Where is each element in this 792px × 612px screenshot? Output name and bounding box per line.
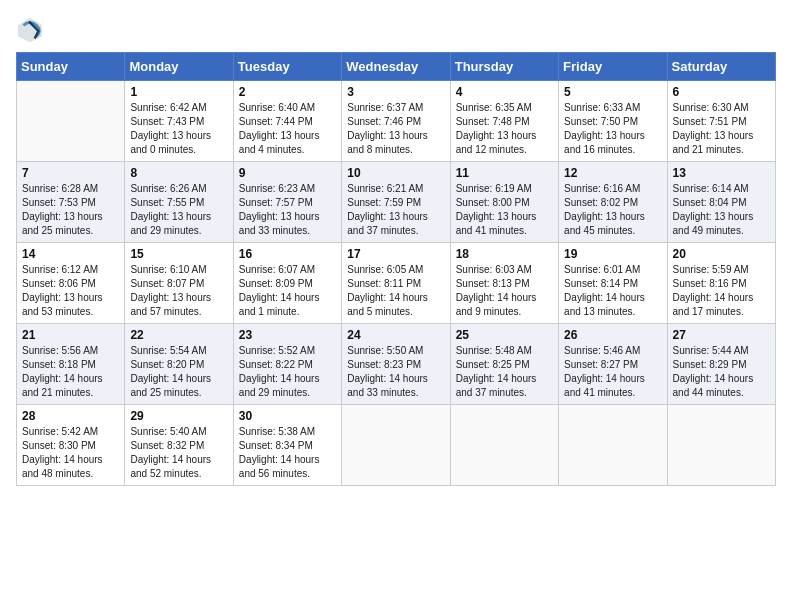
page-header [16,16,776,44]
day-number: 13 [673,166,770,180]
day-number: 17 [347,247,444,261]
calendar-cell: 11Sunrise: 6:19 AM Sunset: 8:00 PM Dayli… [450,162,558,243]
calendar-table: SundayMondayTuesdayWednesdayThursdayFrid… [16,52,776,486]
calendar-cell [667,405,775,486]
day-number: 12 [564,166,661,180]
day-number: 28 [22,409,119,423]
day-info: Sunrise: 6:01 AM Sunset: 8:14 PM Dayligh… [564,263,661,319]
calendar-cell: 30Sunrise: 5:38 AM Sunset: 8:34 PM Dayli… [233,405,341,486]
day-number: 9 [239,166,336,180]
calendar-cell: 20Sunrise: 5:59 AM Sunset: 8:16 PM Dayli… [667,243,775,324]
day-info: Sunrise: 5:54 AM Sunset: 8:20 PM Dayligh… [130,344,227,400]
day-info: Sunrise: 5:48 AM Sunset: 8:25 PM Dayligh… [456,344,553,400]
calendar-cell: 23Sunrise: 5:52 AM Sunset: 8:22 PM Dayli… [233,324,341,405]
day-info: Sunrise: 6:07 AM Sunset: 8:09 PM Dayligh… [239,263,336,319]
calendar-cell: 12Sunrise: 6:16 AM Sunset: 8:02 PM Dayli… [559,162,667,243]
day-number: 16 [239,247,336,261]
calendar-cell [450,405,558,486]
logo [16,16,48,44]
calendar-cell: 14Sunrise: 6:12 AM Sunset: 8:06 PM Dayli… [17,243,125,324]
calendar-cell: 28Sunrise: 5:42 AM Sunset: 8:30 PM Dayli… [17,405,125,486]
calendar-cell: 24Sunrise: 5:50 AM Sunset: 8:23 PM Dayli… [342,324,450,405]
day-number: 8 [130,166,227,180]
day-number: 20 [673,247,770,261]
day-number: 23 [239,328,336,342]
day-header-saturday: Saturday [667,53,775,81]
calendar-week-row: 1Sunrise: 6:42 AM Sunset: 7:43 PM Daylig… [17,81,776,162]
day-info: Sunrise: 6:23 AM Sunset: 7:57 PM Dayligh… [239,182,336,238]
day-number: 15 [130,247,227,261]
day-info: Sunrise: 6:05 AM Sunset: 8:11 PM Dayligh… [347,263,444,319]
calendar-cell: 17Sunrise: 6:05 AM Sunset: 8:11 PM Dayli… [342,243,450,324]
calendar-cell: 3Sunrise: 6:37 AM Sunset: 7:46 PM Daylig… [342,81,450,162]
calendar-cell: 26Sunrise: 5:46 AM Sunset: 8:27 PM Dayli… [559,324,667,405]
calendar-cell: 2Sunrise: 6:40 AM Sunset: 7:44 PM Daylig… [233,81,341,162]
day-number: 11 [456,166,553,180]
calendar-cell: 9Sunrise: 6:23 AM Sunset: 7:57 PM Daylig… [233,162,341,243]
day-number: 14 [22,247,119,261]
calendar-cell: 27Sunrise: 5:44 AM Sunset: 8:29 PM Dayli… [667,324,775,405]
day-number: 2 [239,85,336,99]
day-info: Sunrise: 6:10 AM Sunset: 8:07 PM Dayligh… [130,263,227,319]
day-info: Sunrise: 5:38 AM Sunset: 8:34 PM Dayligh… [239,425,336,481]
day-header-sunday: Sunday [17,53,125,81]
day-number: 4 [456,85,553,99]
day-info: Sunrise: 6:26 AM Sunset: 7:55 PM Dayligh… [130,182,227,238]
day-info: Sunrise: 6:37 AM Sunset: 7:46 PM Dayligh… [347,101,444,157]
day-number: 25 [456,328,553,342]
calendar-cell: 10Sunrise: 6:21 AM Sunset: 7:59 PM Dayli… [342,162,450,243]
day-number: 27 [673,328,770,342]
day-number: 7 [22,166,119,180]
day-info: Sunrise: 6:30 AM Sunset: 7:51 PM Dayligh… [673,101,770,157]
day-number: 24 [347,328,444,342]
day-info: Sunrise: 5:40 AM Sunset: 8:32 PM Dayligh… [130,425,227,481]
calendar-cell: 13Sunrise: 6:14 AM Sunset: 8:04 PM Dayli… [667,162,775,243]
calendar-cell: 1Sunrise: 6:42 AM Sunset: 7:43 PM Daylig… [125,81,233,162]
day-info: Sunrise: 6:21 AM Sunset: 7:59 PM Dayligh… [347,182,444,238]
calendar-cell: 19Sunrise: 6:01 AM Sunset: 8:14 PM Dayli… [559,243,667,324]
day-info: Sunrise: 6:40 AM Sunset: 7:44 PM Dayligh… [239,101,336,157]
calendar-week-row: 28Sunrise: 5:42 AM Sunset: 8:30 PM Dayli… [17,405,776,486]
day-info: Sunrise: 6:28 AM Sunset: 7:53 PM Dayligh… [22,182,119,238]
calendar-week-row: 14Sunrise: 6:12 AM Sunset: 8:06 PM Dayli… [17,243,776,324]
logo-icon [16,16,44,44]
calendar-cell: 7Sunrise: 6:28 AM Sunset: 7:53 PM Daylig… [17,162,125,243]
calendar-cell: 6Sunrise: 6:30 AM Sunset: 7:51 PM Daylig… [667,81,775,162]
calendar-cell: 21Sunrise: 5:56 AM Sunset: 8:18 PM Dayli… [17,324,125,405]
calendar-cell: 18Sunrise: 6:03 AM Sunset: 8:13 PM Dayli… [450,243,558,324]
day-number: 30 [239,409,336,423]
day-info: Sunrise: 6:35 AM Sunset: 7:48 PM Dayligh… [456,101,553,157]
day-number: 1 [130,85,227,99]
calendar-header-row: SundayMondayTuesdayWednesdayThursdayFrid… [17,53,776,81]
day-number: 18 [456,247,553,261]
calendar-cell [559,405,667,486]
day-number: 26 [564,328,661,342]
day-number: 6 [673,85,770,99]
day-header-thursday: Thursday [450,53,558,81]
day-info: Sunrise: 6:42 AM Sunset: 7:43 PM Dayligh… [130,101,227,157]
day-number: 29 [130,409,227,423]
day-number: 19 [564,247,661,261]
day-info: Sunrise: 6:19 AM Sunset: 8:00 PM Dayligh… [456,182,553,238]
day-info: Sunrise: 5:52 AM Sunset: 8:22 PM Dayligh… [239,344,336,400]
day-info: Sunrise: 5:56 AM Sunset: 8:18 PM Dayligh… [22,344,119,400]
day-info: Sunrise: 6:16 AM Sunset: 8:02 PM Dayligh… [564,182,661,238]
calendar-week-row: 7Sunrise: 6:28 AM Sunset: 7:53 PM Daylig… [17,162,776,243]
day-header-wednesday: Wednesday [342,53,450,81]
calendar-cell: 15Sunrise: 6:10 AM Sunset: 8:07 PM Dayli… [125,243,233,324]
calendar-cell [342,405,450,486]
day-info: Sunrise: 5:46 AM Sunset: 8:27 PM Dayligh… [564,344,661,400]
day-number: 3 [347,85,444,99]
calendar-cell: 4Sunrise: 6:35 AM Sunset: 7:48 PM Daylig… [450,81,558,162]
day-number: 5 [564,85,661,99]
calendar-cell: 8Sunrise: 6:26 AM Sunset: 7:55 PM Daylig… [125,162,233,243]
day-info: Sunrise: 5:50 AM Sunset: 8:23 PM Dayligh… [347,344,444,400]
calendar-cell: 16Sunrise: 6:07 AM Sunset: 8:09 PM Dayli… [233,243,341,324]
day-info: Sunrise: 5:42 AM Sunset: 8:30 PM Dayligh… [22,425,119,481]
day-number: 21 [22,328,119,342]
day-number: 10 [347,166,444,180]
day-header-monday: Monday [125,53,233,81]
day-info: Sunrise: 6:03 AM Sunset: 8:13 PM Dayligh… [456,263,553,319]
day-header-tuesday: Tuesday [233,53,341,81]
day-info: Sunrise: 6:14 AM Sunset: 8:04 PM Dayligh… [673,182,770,238]
